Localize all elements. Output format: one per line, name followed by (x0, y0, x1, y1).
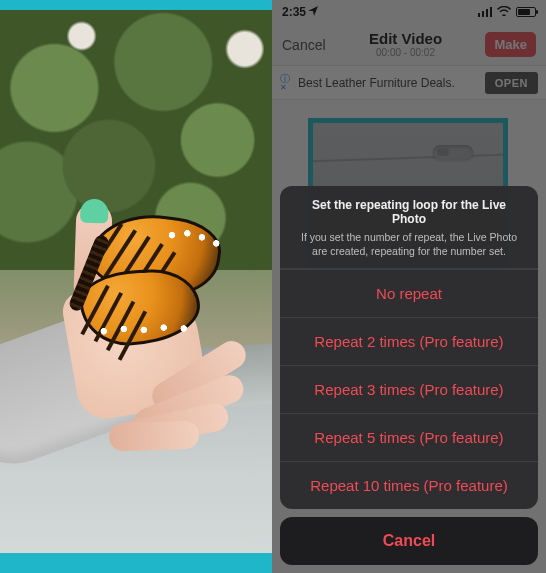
bottom-accent-bar (0, 553, 272, 573)
monarch-butterfly (60, 205, 250, 355)
sheet-cancel-button[interactable]: Cancel (280, 517, 538, 565)
sheet-title: Set the repeating loop for the Live Phot… (294, 198, 524, 226)
sheet-option-no-repeat[interactable]: No repeat (280, 269, 538, 317)
left-photo-pane (0, 0, 272, 573)
action-sheet: Set the repeating loop for the Live Phot… (280, 186, 538, 565)
action-sheet-group: Set the repeating loop for the Live Phot… (280, 186, 538, 509)
photo-butterfly-on-hand (0, 10, 272, 573)
phone-screenshot: 2:35 Cancel Edit Video 00:00 - 00:02 Mak… (272, 0, 546, 573)
sheet-option-repeat-5[interactable]: Repeat 5 times (Pro feature) (280, 413, 538, 461)
sheet-option-repeat-2[interactable]: Repeat 2 times (Pro feature) (280, 317, 538, 365)
sheet-subtitle: If you set the number of repeat, the Liv… (294, 230, 524, 258)
top-accent-bar (0, 0, 272, 10)
sheet-option-repeat-3[interactable]: Repeat 3 times (Pro feature) (280, 365, 538, 413)
sheet-option-repeat-10[interactable]: Repeat 10 times (Pro feature) (280, 461, 538, 509)
action-sheet-header: Set the repeating loop for the Live Phot… (280, 186, 538, 269)
